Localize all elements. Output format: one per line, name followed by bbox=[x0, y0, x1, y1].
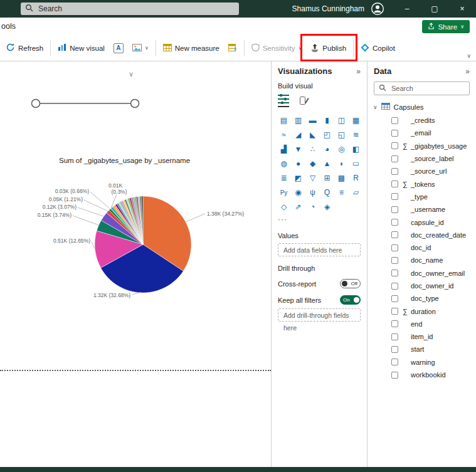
field-checkbox[interactable] bbox=[391, 181, 398, 187]
more-visuals-ellipsis[interactable]: ··· bbox=[278, 215, 361, 224]
publish-button[interactable]: Publish bbox=[306, 40, 351, 56]
line-chart-icon[interactable]: ≈ bbox=[278, 130, 290, 140]
field-checkbox[interactable] bbox=[391, 270, 398, 276]
metrics-icon[interactable]: ◔ bbox=[307, 202, 319, 212]
clustered-bar-chart-icon[interactable]: ▬ bbox=[307, 115, 319, 126]
stacked-bar-chart-icon[interactable]: ▤ bbox=[278, 115, 290, 126]
values-field-well[interactable]: Add data fields here bbox=[278, 243, 361, 256]
multi-row-card-icon[interactable]: ≣ bbox=[278, 173, 290, 184]
map-icon[interactable]: ◍ bbox=[278, 159, 290, 169]
field-row-_credits[interactable]: _credits bbox=[368, 114, 476, 127]
visual-options-chevron-icon[interactable]: ∨ bbox=[129, 70, 134, 78]
drill-through-field-well[interactable]: Add drill-through fields here bbox=[278, 308, 361, 322]
field-row-_username[interactable]: _username bbox=[368, 203, 476, 216]
100-stacked-bar-chart-icon[interactable]: ◫ bbox=[336, 115, 347, 126]
field-row-doc_owner_id[interactable]: doc_owner_id bbox=[368, 280, 476, 292]
field-row-duration[interactable]: ∑duration bbox=[368, 305, 476, 317]
table-node-capsules[interactable]: ∨ Capsules bbox=[368, 103, 476, 111]
field-row-doc_type[interactable]: doc_type bbox=[368, 292, 476, 305]
stacked-column-chart-icon[interactable]: ▥ bbox=[292, 115, 304, 126]
field-checkbox[interactable] bbox=[391, 117, 398, 124]
field-row-capsule_id[interactable]: capsule_id bbox=[368, 216, 476, 228]
field-row-workbookid[interactable]: workbookid bbox=[368, 369, 476, 381]
waterfall-chart-icon[interactable]: ▟ bbox=[278, 144, 290, 155]
scatter-chart-icon[interactable]: ∴ bbox=[307, 144, 319, 155]
field-checkbox[interactable] bbox=[391, 219, 398, 226]
slider-handle-left[interactable] bbox=[32, 100, 40, 108]
slider-handle-right[interactable] bbox=[131, 100, 139, 108]
cross-report-toggle[interactable]: Off bbox=[340, 279, 361, 288]
refresh-button[interactable]: Refresh bbox=[1, 39, 48, 56]
field-row-end[interactable]: end bbox=[368, 318, 476, 330]
power-automate-icon[interactable]: ⇗ bbox=[292, 202, 304, 212]
slicer-icon[interactable]: ▽ bbox=[307, 173, 319, 184]
field-checkbox[interactable] bbox=[391, 346, 398, 353]
copilot-button[interactable]: Copilot bbox=[356, 40, 399, 56]
field-checkbox[interactable] bbox=[391, 193, 398, 200]
table-icon[interactable]: ⊞ bbox=[321, 173, 333, 184]
field-row-doc_id[interactable]: doc_id bbox=[368, 241, 476, 254]
field-row-doc_name[interactable]: doc_name bbox=[368, 254, 476, 266]
paginated-report-icon[interactable]: ▱ bbox=[350, 187, 362, 198]
share-button[interactable]: Share ∨ bbox=[422, 20, 470, 33]
matrix-icon[interactable]: ▩ bbox=[336, 173, 347, 184]
chevron-expanded-icon[interactable]: ∨ bbox=[373, 104, 378, 110]
global-search-box[interactable] bbox=[21, 3, 239, 15]
python-icon[interactable]: Py bbox=[278, 187, 290, 198]
field-row-_source_url[interactable]: _source_url bbox=[368, 165, 476, 177]
field-checkbox[interactable] bbox=[391, 308, 398, 315]
field-row-item_id[interactable]: item_id bbox=[368, 330, 476, 343]
field-row-_type[interactable]: _type bbox=[368, 191, 476, 203]
clustered-column-chart-icon[interactable]: ▮ bbox=[321, 115, 333, 126]
field-row-doc_created_date[interactable]: doc_created_date bbox=[368, 229, 476, 241]
pie-chart-visual[interactable]: ∨1.38K (34.27%)1.32K (32.68%)0.51K (12.6… bbox=[0, 61, 271, 467]
collapse-pane-icon[interactable]: » bbox=[356, 67, 361, 76]
keep-all-filters-toggle[interactable]: On bbox=[340, 295, 361, 305]
azure-map-icon[interactable]: ▲ bbox=[321, 159, 333, 169]
treemap-icon[interactable]: ◧ bbox=[350, 144, 362, 155]
search-input[interactable] bbox=[37, 4, 235, 14]
field-checkbox[interactable] bbox=[391, 320, 398, 327]
decomposition-tree-icon[interactable]: ψ bbox=[307, 187, 319, 198]
new-measure-button[interactable]: New measure bbox=[159, 41, 224, 56]
100-stacked-column-chart-icon[interactable]: ▦ bbox=[350, 115, 362, 126]
text-box-button[interactable]: A bbox=[109, 40, 128, 56]
quick-measure-button[interactable] bbox=[224, 41, 241, 56]
gauge-icon[interactable]: ◗ bbox=[336, 159, 347, 169]
pie-chart-icon[interactable]: ◕ bbox=[321, 144, 333, 155]
narrative-icon[interactable]: ≡ bbox=[336, 187, 347, 198]
tab-format-visual[interactable] bbox=[299, 95, 310, 107]
field-row-_source_label[interactable]: _source_label bbox=[368, 152, 476, 165]
close-button[interactable]: × bbox=[448, 0, 476, 18]
insert-image-button[interactable]: ∨ bbox=[128, 41, 153, 56]
data-search-input[interactable] bbox=[390, 84, 476, 93]
field-row-warning[interactable]: warning bbox=[368, 356, 476, 369]
tools-tab-label[interactable]: ools bbox=[1, 22, 16, 31]
area-chart-icon[interactable]: ◢ bbox=[292, 130, 304, 140]
stacked-area-chart-icon[interactable]: ◣ bbox=[307, 130, 319, 140]
key-influencers-icon[interactable]: ◉ bbox=[292, 187, 304, 198]
field-checkbox[interactable] bbox=[391, 168, 398, 175]
field-checkbox[interactable] bbox=[391, 130, 398, 137]
ribbon-chart-icon[interactable]: ≋ bbox=[350, 130, 362, 140]
field-row-_tokens[interactable]: ∑_tokens bbox=[368, 177, 476, 190]
field-checkbox[interactable] bbox=[391, 155, 398, 162]
more-shapes-icon[interactable]: ◈ bbox=[321, 202, 333, 212]
field-checkbox[interactable] bbox=[391, 333, 398, 340]
field-row-doc_owner_email[interactable]: doc_owner_email bbox=[368, 267, 476, 280]
report-canvas[interactable]: Sum of _gigabytes_usage by _username ∨1.… bbox=[0, 61, 271, 467]
maximize-button[interactable]: ▢ bbox=[421, 0, 448, 18]
avatar[interactable] bbox=[371, 2, 384, 16]
field-checkbox[interactable] bbox=[391, 142, 398, 149]
new-visual-button[interactable]: New visual bbox=[53, 40, 109, 56]
minimize-button[interactable]: – bbox=[393, 0, 421, 18]
field-row-_gigabytes_usage[interactable]: ∑_gigabytes_usage bbox=[368, 140, 476, 152]
field-checkbox[interactable] bbox=[391, 257, 398, 264]
field-row-start[interactable]: start bbox=[368, 343, 476, 355]
field-checkbox[interactable] bbox=[391, 372, 398, 379]
card-icon[interactable]: ▭ bbox=[350, 159, 362, 169]
line-and-clustered-column-chart-icon[interactable]: ◱ bbox=[336, 130, 347, 140]
qa-icon[interactable]: Q bbox=[321, 187, 333, 198]
field-checkbox[interactable] bbox=[391, 295, 398, 302]
filled-map-icon[interactable]: ● bbox=[292, 159, 304, 169]
